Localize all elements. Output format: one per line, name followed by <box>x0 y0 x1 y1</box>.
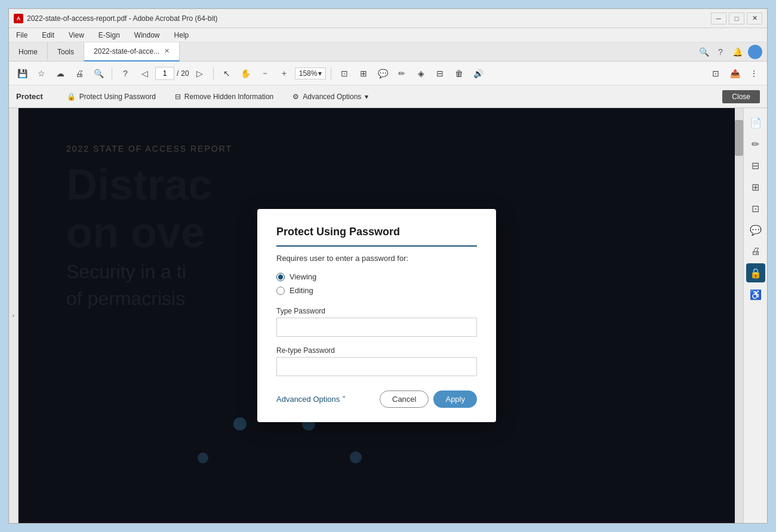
print-button[interactable]: 🖨 <box>71 65 88 82</box>
minimize-button[interactable]: ─ <box>711 13 726 24</box>
vertical-scrollbar[interactable] <box>735 108 743 523</box>
viewing-label: Viewing <box>290 272 316 281</box>
stamp-tool[interactable]: ⊟ <box>432 65 448 82</box>
apply-button[interactable]: Apply <box>433 390 477 408</box>
advanced-options-chevron: ˅ <box>342 395 346 404</box>
bookmark-button[interactable]: ☆ <box>33 65 50 82</box>
help-tab-icon[interactable]: ? <box>715 46 726 58</box>
left-panel-toggle[interactable]: › <box>9 108 19 523</box>
close-button[interactable]: ✕ <box>747 13 762 24</box>
protect-title: Protect <box>16 92 43 101</box>
modal-actions: Cancel Apply <box>380 390 477 408</box>
viewing-radio[interactable] <box>276 273 285 281</box>
cancel-button[interactable]: Cancel <box>380 390 429 408</box>
separator-3 <box>331 67 331 79</box>
forward-button[interactable]: ▷ <box>192 65 208 82</box>
advanced-options-bar-action[interactable]: ⚙ Advanced Options ▾ <box>288 90 373 103</box>
tab-home[interactable]: Home <box>9 42 48 61</box>
title-bar: A 2022-state-of-access-report.pdf - Adob… <box>9 9 767 28</box>
window-controls: ─ □ ✕ <box>711 13 762 24</box>
maximize-button[interactable]: □ <box>729 13 744 24</box>
type-password-label: Type Password <box>276 307 477 315</box>
comment-tool[interactable]: 💬 <box>374 65 391 82</box>
cursor-tool[interactable]: ↖ <box>218 65 235 82</box>
menu-esign[interactable]: E-Sign <box>96 30 122 41</box>
highlight-tool[interactable]: ◈ <box>412 65 429 82</box>
advanced-options-label: Advanced Options <box>276 395 340 404</box>
app-icon: A <box>14 14 23 23</box>
sidebar-icon-compare[interactable]: ⊞ <box>746 177 765 196</box>
protect-password-action[interactable]: 🔒 Protect Using Password <box>62 90 161 103</box>
editing-radio[interactable] <box>276 287 285 295</box>
share-icon[interactable]: 📤 <box>726 65 743 82</box>
menu-bar: File Edit View E-Sign Window Help <box>9 28 767 42</box>
more-icon[interactable]: ⋮ <box>746 65 762 82</box>
tab-bar: Home Tools 2022-state-of-acce... ✕ 🔍 ? 🔔 <box>9 42 767 61</box>
menu-edit[interactable]: Edit <box>39 30 57 41</box>
scan-icon[interactable]: ⊡ <box>707 65 724 82</box>
menu-window[interactable]: Window <box>132 30 162 41</box>
protect-close-button[interactable]: Close <box>722 90 760 103</box>
zoom-selector[interactable]: 158% ▾ <box>295 67 327 79</box>
sidebar-icon-export[interactable]: 📄 <box>746 113 765 132</box>
page-total: 20 <box>181 69 189 78</box>
toolbar-right: ⊡ 📤 ⋮ <box>707 65 762 82</box>
tab-close-icon[interactable]: ✕ <box>164 47 170 55</box>
cloud-button[interactable]: ☁ <box>52 65 69 82</box>
retype-password-label: Re-type Password <box>276 346 477 355</box>
save-button[interactable]: 💾 <box>14 65 30 82</box>
modal-title: Protect Using Password <box>276 226 477 247</box>
marquee-tool[interactable]: ⊞ <box>355 65 372 82</box>
help-button[interactable]: ? <box>117 65 134 82</box>
separator-2 <box>213 67 214 79</box>
zoom-out-button[interactable]: － <box>257 65 273 82</box>
zoom-in-button[interactable]: ＋ <box>276 65 292 82</box>
sidebar-icon-comment[interactable]: 💬 <box>746 220 765 239</box>
delete-tool[interactable]: 🗑 <box>451 65 467 82</box>
remove-hidden-label: Remove Hidden Information <box>184 93 273 101</box>
retype-password-input[interactable] <box>276 357 477 376</box>
menu-view[interactable]: View <box>66 30 87 41</box>
scrollbar-thumb[interactable] <box>735 120 743 156</box>
user-avatar[interactable] <box>748 45 762 59</box>
search-button[interactable]: 🔍 <box>90 65 107 82</box>
password-type-group: Viewing Editing <box>276 272 477 295</box>
tab-document[interactable]: 2022-state-of-acce... ✕ <box>84 42 180 61</box>
tab-tools[interactable]: Tools <box>48 42 84 61</box>
separator-1 <box>112 67 112 79</box>
protect-password-dialog: Protect Using Password Requires user to … <box>257 209 496 422</box>
advanced-options-button[interactable]: Advanced Options ˅ <box>276 395 346 404</box>
tab-bar-actions: 🔍 ? 🔔 <box>698 45 767 59</box>
remove-hidden-action[interactable]: ⊟ Remove Hidden Information <box>170 90 278 103</box>
modal-description: Requires user to enter a password for: <box>276 254 477 263</box>
notification-icon[interactable]: 🔔 <box>731 46 743 58</box>
retype-password-group: Re-type Password <box>276 346 477 376</box>
search-tab-icon[interactable]: 🔍 <box>698 46 710 58</box>
sidebar-icon-organize[interactable]: ⊟ <box>746 156 765 175</box>
page-input[interactable] <box>155 67 174 80</box>
protect-bar: Protect 🔒 Protect Using Password ⊟ Remov… <box>9 85 767 108</box>
modal-footer: Advanced Options ˅ Cancel Apply <box>276 390 477 408</box>
sidebar-icon-edit[interactable]: ✏ <box>746 134 765 153</box>
select-tool[interactable]: ⊡ <box>336 65 353 82</box>
type-password-group: Type Password <box>276 307 477 337</box>
type-password-input[interactable] <box>276 318 477 337</box>
modal-overlay: Protect Using Password Requires user to … <box>19 108 735 523</box>
editing-option[interactable]: Editing <box>276 286 477 295</box>
back-button[interactable]: ◁ <box>136 65 153 82</box>
pen-tool[interactable]: ✏ <box>393 65 410 82</box>
right-sidebar: 📄 ✏ ⊟ ⊞ ⊡ 💬 🖨 🔒 ♿ <box>743 108 767 523</box>
menu-help[interactable]: Help <box>172 30 192 41</box>
hand-tool[interactable]: ✋ <box>238 65 254 82</box>
audio-tool[interactable]: 🔊 <box>470 65 486 82</box>
sidebar-icon-print[interactable]: 🖨 <box>746 242 765 261</box>
sidebar-icon-accessibility[interactable]: ♿ <box>746 285 765 304</box>
viewing-option[interactable]: Viewing <box>276 272 477 281</box>
editing-label: Editing <box>290 286 313 295</box>
document-area: 2022 STATE OF ACCESS REPORT Distrac on o… <box>19 108 735 523</box>
sidebar-icon-protect[interactable]: 🔒 <box>746 263 765 282</box>
menu-file[interactable]: File <box>14 30 30 41</box>
sidebar-icon-fill[interactable]: ⊡ <box>746 199 765 218</box>
page-controls: / 20 <box>155 67 189 80</box>
window-title: 2022-state-of-access-report.pdf - Adobe … <box>27 14 711 23</box>
